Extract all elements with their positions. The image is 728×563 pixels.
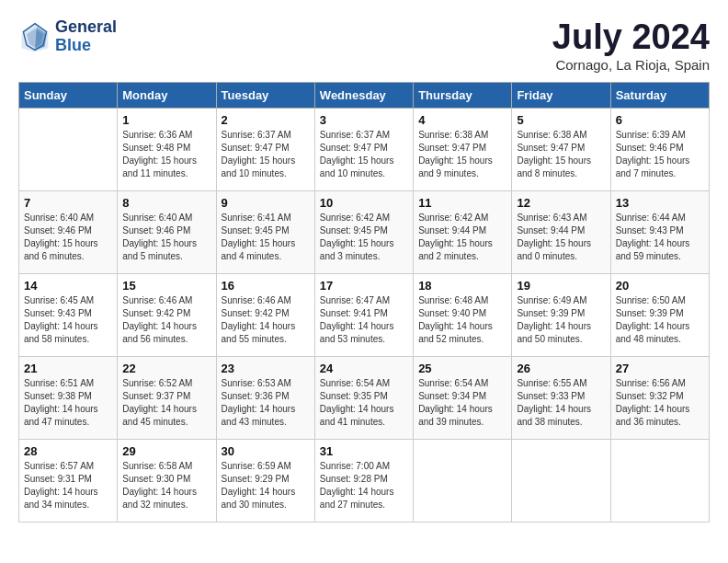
calendar-cell: 28Sunrise: 6:57 AMSunset: 9:31 PMDayligh… xyxy=(19,439,118,522)
day-number: 2 xyxy=(222,113,310,127)
day-number: 5 xyxy=(517,113,605,127)
day-info: Sunrise: 6:41 AMSunset: 9:45 PMDaylight:… xyxy=(222,212,310,263)
day-info: Sunrise: 6:49 AMSunset: 9:39 PMDaylight:… xyxy=(517,294,605,346)
calendar-cell: 20Sunrise: 6:50 AMSunset: 9:39 PMDayligh… xyxy=(610,273,709,356)
weekday-header-wednesday: Wednesday xyxy=(314,82,413,108)
day-info: Sunrise: 6:37 AMSunset: 9:47 PMDaylight:… xyxy=(320,129,408,180)
day-info: Sunrise: 6:50 AMSunset: 9:39 PMDaylight:… xyxy=(616,294,704,346)
weekday-header-friday: Friday xyxy=(512,82,610,108)
calendar-cell xyxy=(414,439,512,522)
calendar-cell: 22Sunrise: 6:52 AMSunset: 9:37 PMDayligh… xyxy=(118,356,216,439)
day-number: 15 xyxy=(122,279,210,293)
day-info: Sunrise: 6:42 AMSunset: 9:45 PMDaylight:… xyxy=(320,212,408,263)
day-number: 12 xyxy=(517,196,605,210)
month-title: July 2024 xyxy=(552,18,710,57)
calendar-cell: 17Sunrise: 6:47 AMSunset: 9:41 PMDayligh… xyxy=(314,273,413,356)
day-number: 23 xyxy=(222,362,310,375)
day-info: Sunrise: 6:46 AMSunset: 9:42 PMDaylight:… xyxy=(122,294,210,346)
calendar-week-row: 1Sunrise: 6:36 AMSunset: 9:48 PMDaylight… xyxy=(19,108,710,190)
day-info: Sunrise: 7:00 AMSunset: 9:28 PMDaylight:… xyxy=(320,460,408,511)
day-info: Sunrise: 6:57 AMSunset: 9:31 PMDaylight:… xyxy=(24,460,112,511)
calendar-cell: 23Sunrise: 6:53 AMSunset: 9:36 PMDayligh… xyxy=(216,356,314,439)
day-info: Sunrise: 6:59 AMSunset: 9:29 PMDaylight:… xyxy=(222,460,310,511)
day-info: Sunrise: 6:53 AMSunset: 9:36 PMDaylight:… xyxy=(222,377,310,429)
day-number: 11 xyxy=(418,196,506,210)
weekday-header-saturday: Saturday xyxy=(610,82,709,108)
calendar-cell xyxy=(610,439,709,522)
weekday-header-tuesday: Tuesday xyxy=(216,82,314,108)
day-number: 17 xyxy=(320,279,408,293)
day-number: 9 xyxy=(222,196,310,210)
calendar-cell: 19Sunrise: 6:49 AMSunset: 9:39 PMDayligh… xyxy=(512,273,610,356)
day-number: 25 xyxy=(418,362,506,375)
calendar-cell: 4Sunrise: 6:38 AMSunset: 9:47 PMDaylight… xyxy=(414,108,512,190)
logo-icon xyxy=(18,20,51,53)
location: Cornago, La Rioja, Spain xyxy=(552,57,710,73)
day-number: 8 xyxy=(122,196,210,210)
calendar-cell: 2Sunrise: 6:37 AMSunset: 9:47 PMDaylight… xyxy=(216,108,314,190)
calendar-cell: 27Sunrise: 6:56 AMSunset: 9:32 PMDayligh… xyxy=(610,356,709,439)
calendar-week-row: 14Sunrise: 6:45 AMSunset: 9:43 PMDayligh… xyxy=(19,273,710,356)
weekday-header-thursday: Thursday xyxy=(414,82,512,108)
day-number: 16 xyxy=(222,279,310,293)
day-info: Sunrise: 6:39 AMSunset: 9:46 PMDaylight:… xyxy=(616,129,704,180)
day-info: Sunrise: 6:54 AMSunset: 9:35 PMDaylight:… xyxy=(320,377,408,429)
day-info: Sunrise: 6:38 AMSunset: 9:47 PMDaylight:… xyxy=(517,129,605,180)
calendar-cell: 31Sunrise: 7:00 AMSunset: 9:28 PMDayligh… xyxy=(314,439,413,522)
day-number: 10 xyxy=(320,196,408,210)
calendar-cell: 21Sunrise: 6:51 AMSunset: 9:38 PMDayligh… xyxy=(19,356,118,439)
calendar-cell xyxy=(512,439,610,522)
day-info: Sunrise: 6:42 AMSunset: 9:44 PMDaylight:… xyxy=(418,212,506,263)
day-number: 31 xyxy=(320,444,408,458)
weekday-header-sunday: Sunday xyxy=(19,82,118,108)
calendar-cell: 10Sunrise: 6:42 AMSunset: 9:45 PMDayligh… xyxy=(314,190,413,273)
day-number: 26 xyxy=(517,362,605,375)
day-number: 21 xyxy=(24,362,112,375)
day-number: 1 xyxy=(122,113,210,127)
day-info: Sunrise: 6:38 AMSunset: 9:47 PMDaylight:… xyxy=(418,129,506,180)
calendar-cell: 12Sunrise: 6:43 AMSunset: 9:44 PMDayligh… xyxy=(512,190,610,273)
day-number: 20 xyxy=(616,279,704,293)
calendar-cell: 25Sunrise: 6:54 AMSunset: 9:34 PMDayligh… xyxy=(414,356,512,439)
day-number: 18 xyxy=(418,279,506,293)
day-number: 24 xyxy=(320,362,408,375)
day-info: Sunrise: 6:40 AMSunset: 9:46 PMDaylight:… xyxy=(24,212,112,263)
day-number: 27 xyxy=(616,362,704,375)
day-number: 28 xyxy=(24,444,112,458)
day-number: 30 xyxy=(222,444,310,458)
calendar-cell: 13Sunrise: 6:44 AMSunset: 9:43 PMDayligh… xyxy=(610,190,709,273)
day-info: Sunrise: 6:44 AMSunset: 9:43 PMDaylight:… xyxy=(616,212,704,263)
title-block: July 2024 Cornago, La Rioja, Spain xyxy=(552,18,710,73)
calendar-cell: 1Sunrise: 6:36 AMSunset: 9:48 PMDaylight… xyxy=(118,108,216,190)
calendar-cell: 7Sunrise: 6:40 AMSunset: 9:46 PMDaylight… xyxy=(19,190,118,273)
day-info: Sunrise: 6:56 AMSunset: 9:32 PMDaylight:… xyxy=(616,377,704,429)
calendar-cell: 5Sunrise: 6:38 AMSunset: 9:47 PMDaylight… xyxy=(512,108,610,190)
day-number: 7 xyxy=(24,196,112,210)
day-info: Sunrise: 6:45 AMSunset: 9:43 PMDaylight:… xyxy=(24,294,112,346)
page-header: General Blue July 2024 Cornago, La Rioja… xyxy=(18,18,710,73)
day-number: 13 xyxy=(616,196,704,210)
day-info: Sunrise: 6:47 AMSunset: 9:41 PMDaylight:… xyxy=(320,294,408,346)
day-info: Sunrise: 6:55 AMSunset: 9:33 PMDaylight:… xyxy=(517,377,605,429)
weekday-header-monday: Monday xyxy=(118,82,216,108)
logo: General Blue xyxy=(18,18,117,55)
calendar-week-row: 21Sunrise: 6:51 AMSunset: 9:38 PMDayligh… xyxy=(19,356,710,439)
calendar-cell: 14Sunrise: 6:45 AMSunset: 9:43 PMDayligh… xyxy=(19,273,118,356)
weekday-header-row: SundayMondayTuesdayWednesdayThursdayFrid… xyxy=(19,82,710,108)
day-info: Sunrise: 6:36 AMSunset: 9:48 PMDaylight:… xyxy=(122,129,210,180)
calendar-week-row: 7Sunrise: 6:40 AMSunset: 9:46 PMDaylight… xyxy=(19,190,710,273)
day-info: Sunrise: 6:43 AMSunset: 9:44 PMDaylight:… xyxy=(517,212,605,263)
day-number: 22 xyxy=(122,362,210,375)
day-number: 14 xyxy=(24,279,112,293)
calendar-cell: 29Sunrise: 6:58 AMSunset: 9:30 PMDayligh… xyxy=(118,439,216,522)
day-info: Sunrise: 6:37 AMSunset: 9:47 PMDaylight:… xyxy=(222,129,310,180)
calendar-table: SundayMondayTuesdayWednesdayThursdayFrid… xyxy=(18,82,710,523)
calendar-cell: 18Sunrise: 6:48 AMSunset: 9:40 PMDayligh… xyxy=(414,273,512,356)
day-number: 19 xyxy=(517,279,605,293)
calendar-cell xyxy=(19,108,118,190)
calendar-cell: 30Sunrise: 6:59 AMSunset: 9:29 PMDayligh… xyxy=(216,439,314,522)
calendar-cell: 11Sunrise: 6:42 AMSunset: 9:44 PMDayligh… xyxy=(414,190,512,273)
day-number: 29 xyxy=(122,444,210,458)
day-info: Sunrise: 6:51 AMSunset: 9:38 PMDaylight:… xyxy=(24,377,112,429)
logo-text: General Blue xyxy=(55,18,117,55)
